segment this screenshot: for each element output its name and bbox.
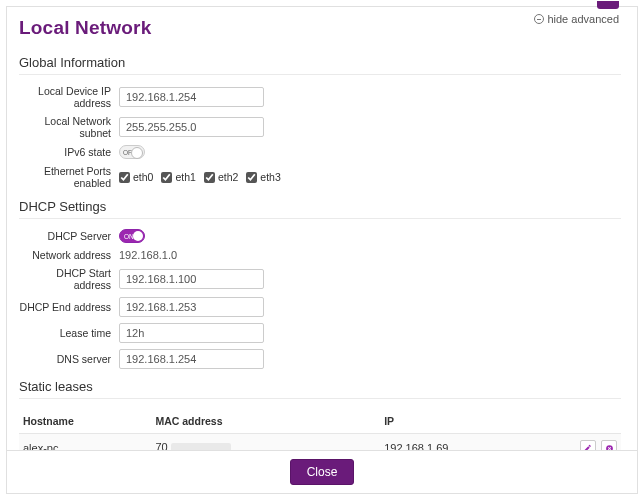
cell-hostname: alex-pc [19, 434, 151, 451]
cell-mac: 70 [151, 434, 380, 451]
static-leases-table: Hostname MAC address IP alex-pc 70 192.1… [19, 409, 621, 450]
label-local-ip: Local Device IP address [19, 85, 119, 109]
divider [19, 218, 621, 219]
label-lease-time: Lease time [19, 327, 119, 339]
label-dhcp-server: DHCP Server [19, 230, 119, 242]
col-mac: MAC address [151, 409, 380, 434]
label-dhcp-start: DHCP Start address [19, 267, 119, 291]
input-dhcp-start[interactable] [119, 269, 264, 289]
label-subnet: Local Network subnet [19, 115, 119, 139]
section-static-leases: Static leases [19, 379, 621, 394]
divider [19, 74, 621, 75]
checkbox-eth0[interactable]: eth0 [119, 171, 153, 183]
input-lease-time[interactable] [119, 323, 264, 343]
local-network-panel: hide advanced Local Network Global Infor… [6, 6, 638, 494]
input-dhcp-end[interactable] [119, 297, 264, 317]
close-button[interactable]: Close [290, 459, 355, 485]
toggle-ipv6[interactable]: OFF [119, 145, 145, 159]
checkbox-eth2[interactable]: eth2 [204, 171, 238, 183]
divider [19, 398, 621, 399]
label-ipv6-state: IPv6 state [19, 146, 119, 158]
label-dhcp-end: DHCP End address [19, 301, 119, 313]
label-network-address: Network address [19, 249, 119, 261]
header-accent [597, 1, 619, 9]
table-row: alex-pc 70 192.168.1.69 [19, 434, 621, 451]
checkbox-eth3[interactable]: eth3 [246, 171, 280, 183]
label-eth-ports: Ethernet Ports enabled [19, 165, 119, 189]
panel-footer: Close [7, 450, 637, 493]
page-title: Local Network [19, 17, 621, 39]
redacted-mac [171, 443, 231, 450]
edit-lease-button[interactable] [580, 440, 596, 450]
cell-ip: 192.168.1.69 [380, 434, 561, 451]
section-dhcp: DHCP Settings [19, 199, 621, 214]
col-hostname: Hostname [19, 409, 151, 434]
section-global-info: Global Information [19, 55, 621, 70]
label-dns-server: DNS server [19, 353, 119, 365]
checkbox-eth1[interactable]: eth1 [161, 171, 195, 183]
input-local-ip[interactable] [119, 87, 264, 107]
delete-lease-button[interactable] [601, 440, 617, 450]
hide-advanced-label: hide advanced [547, 13, 619, 25]
value-network-address: 192.168.1.0 [119, 249, 177, 261]
input-dns-server[interactable] [119, 349, 264, 369]
input-subnet[interactable] [119, 117, 264, 137]
toggle-dhcp-server[interactable]: ON [119, 229, 145, 243]
hide-advanced-toggle[interactable]: hide advanced [534, 13, 619, 25]
minus-circle-icon [534, 14, 544, 24]
col-ip: IP [380, 409, 561, 434]
